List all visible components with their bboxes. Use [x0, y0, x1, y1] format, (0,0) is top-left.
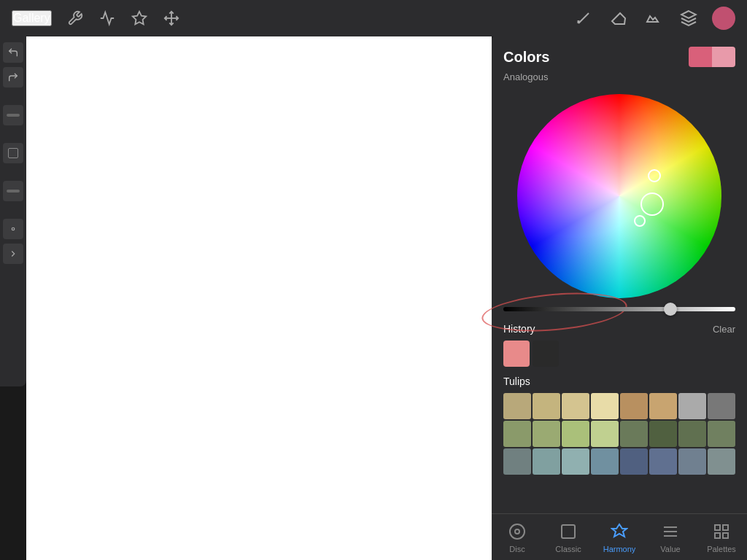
tab-classic[interactable]: Classic [543, 516, 594, 559]
canvas-area[interactable] [26, 36, 492, 560]
eraser-tool[interactable] [607, 7, 630, 30]
tab-disc-label: Disc [509, 545, 525, 553]
layers-tool[interactable] [677, 7, 700, 30]
svg-rect-12 [715, 525, 720, 530]
sidebar-arrow[interactable] [3, 244, 23, 264]
svg-point-5 [12, 228, 15, 230]
palette-swatch-12[interactable] [620, 421, 648, 447]
selection-tool[interactable] [128, 7, 151, 30]
palette-swatch-4[interactable] [620, 393, 648, 419]
colors-panel: Colors Analogous History Clear [492, 36, 747, 560]
svg-line-2 [578, 13, 589, 23]
palette-swatch-14[interactable] [678, 421, 706, 447]
history-swatches [503, 341, 735, 367]
history-title: History [503, 323, 713, 335]
sidebar-undo[interactable] [3, 42, 23, 63]
palette-swatch-8[interactable] [503, 421, 531, 447]
previous-color-swatch[interactable] [689, 47, 712, 67]
tulips-title: Tulips [503, 376, 735, 387]
svg-rect-8 [562, 525, 575, 538]
palette-swatch-20[interactable] [620, 448, 648, 475]
palette-swatch-0[interactable] [503, 393, 531, 419]
clear-button[interactable]: Clear [713, 324, 735, 335]
panel-header: Colors [492, 36, 747, 70]
panel-triangle [727, 29, 741, 36]
svg-rect-13 [723, 525, 728, 530]
wrench-tool[interactable] [63, 7, 87, 30]
panel-subtitle: Analogous [492, 70, 747, 88]
smudge-tool[interactable] [642, 7, 665, 30]
history-header: History Clear [503, 323, 735, 335]
svg-rect-15 [723, 533, 728, 538]
palette-swatch-2[interactable] [562, 393, 589, 419]
tab-classic-label: Classic [555, 545, 581, 553]
color-selector-dot-2[interactable] [634, 215, 646, 227]
palette-swatch-1[interactable] [533, 393, 560, 419]
pencil-tool[interactable] [572, 7, 595, 30]
sidebar-slider2[interactable] [3, 181, 23, 201]
tab-palettes[interactable]: Palettes [696, 516, 747, 559]
tab-value-label: Value [660, 545, 680, 553]
palette-swatch-17[interactable] [533, 448, 560, 475]
svg-point-7 [515, 529, 519, 534]
tab-bar: Disc Classic Harmony [492, 513, 747, 560]
history-section: History Clear [492, 319, 747, 371]
panel-title: Colors [503, 49, 689, 66]
palette-swatch-21[interactable] [649, 448, 677, 475]
tab-harmony[interactable]: Harmony [594, 516, 645, 559]
svg-marker-4 [681, 11, 696, 18]
sidebar-square[interactable] [3, 143, 23, 163]
tab-palettes-label: Palettes [707, 545, 736, 553]
brightness-slider-thumb[interactable] [664, 303, 677, 316]
palette-swatch-16[interactable] [503, 448, 531, 475]
gallery-button[interactable]: Gallery [12, 10, 52, 26]
left-sidebar [0, 36, 26, 386]
adjustments-tool[interactable] [96, 7, 119, 30]
palette-swatch-22[interactable] [678, 448, 706, 475]
palette-swatch-19[interactable] [591, 448, 619, 475]
top-toolbar: Gallery [0, 0, 747, 36]
palettes-icon [711, 521, 732, 542]
tool-icons [63, 7, 183, 30]
palette-swatch-23[interactable] [708, 448, 735, 475]
palette-swatch-11[interactable] [591, 421, 619, 447]
toolbar-right [572, 7, 735, 30]
harmony-icon [609, 521, 630, 542]
color-selector-dot-1[interactable] [648, 169, 661, 182]
palette-grid [503, 393, 735, 475]
history-swatch-0[interactable] [503, 341, 530, 367]
svg-point-6 [510, 524, 525, 539]
brightness-slider-container [492, 304, 747, 319]
color-wheel[interactable] [517, 94, 721, 298]
wheel-container [492, 88, 747, 304]
sidebar-redo[interactable] [3, 67, 23, 88]
disc-icon [507, 521, 527, 542]
tab-value[interactable]: Value [645, 516, 696, 559]
palette-swatch-13[interactable] [649, 421, 677, 447]
tulips-section: Tulips [492, 371, 747, 513]
current-color-swatch[interactable] [712, 47, 735, 67]
history-swatch-1[interactable] [533, 341, 559, 367]
active-color-circle[interactable] [712, 7, 735, 30]
palette-swatch-6[interactable] [678, 393, 706, 419]
transform-tool[interactable] [160, 7, 183, 30]
sidebar-slider1[interactable] [3, 105, 23, 125]
sidebar-bottom-icon[interactable] [3, 219, 23, 239]
tab-harmony-label: Harmony [603, 545, 636, 553]
svg-rect-14 [715, 533, 720, 538]
palette-swatch-15[interactable] [708, 421, 735, 447]
color-selector-dot-main[interactable] [640, 192, 664, 216]
palette-swatch-5[interactable] [649, 393, 677, 419]
palette-swatch-18[interactable] [562, 448, 589, 475]
tab-disc[interactable]: Disc [492, 516, 543, 559]
palette-swatch-9[interactable] [533, 421, 560, 447]
palette-swatch-3[interactable] [591, 393, 619, 419]
value-icon [660, 521, 681, 542]
classic-icon [558, 521, 578, 542]
palette-swatch-10[interactable] [562, 421, 589, 447]
palette-swatch-7[interactable] [708, 393, 735, 419]
brightness-slider-track[interactable] [503, 307, 735, 311]
